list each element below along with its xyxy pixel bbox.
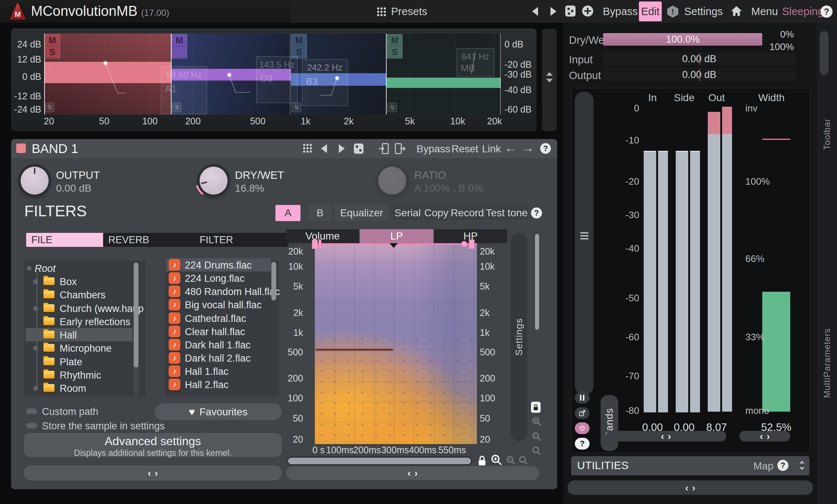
home-icon[interactable] bbox=[731, 6, 742, 17]
file-item[interactable]: Clear hall.flac bbox=[185, 326, 245, 338]
band1-handle-icon[interactable]: ⇅ bbox=[45, 103, 54, 112]
filters-help-icon[interactable]: ? bbox=[531, 207, 542, 219]
tab-reverb[interactable]: REVERB bbox=[103, 233, 198, 247]
kernel-hscrollbar[interactable]: ‹› bbox=[24, 465, 282, 480]
axis-lock-icon[interactable] bbox=[531, 402, 541, 413]
band1-ms-badge[interactable]: MS bbox=[45, 34, 60, 58]
lp-handle-left2-icon[interactable] bbox=[319, 239, 321, 249]
lp-center-marker-icon[interactable] bbox=[390, 243, 398, 248]
tree-item[interactable]: Church (www.haup bbox=[60, 303, 144, 315]
zoom-reset-icon[interactable] bbox=[518, 455, 528, 465]
test-tone-button[interactable]: Test tone bbox=[486, 206, 528, 220]
tab-bands[interactable]: Bands bbox=[601, 395, 618, 451]
arrow-right-icon[interactable]: → bbox=[522, 141, 534, 155]
crossover-3[interactable] bbox=[386, 33, 387, 114]
equalizer-button[interactable]: Equalizer bbox=[334, 205, 389, 221]
tab-multiparameters[interactable]: MultiParameters bbox=[817, 328, 837, 398]
meter-help-icon[interactable]: ? bbox=[575, 438, 590, 450]
file-item[interactable]: Dark hall 2.flac bbox=[185, 353, 251, 364]
custom-path-toggle[interactable] bbox=[26, 408, 38, 414]
tree-item[interactable]: Microphone bbox=[60, 343, 112, 354]
pause-button[interactable] bbox=[575, 392, 590, 404]
file-item[interactable]: Cathedral.flac bbox=[185, 313, 246, 324]
advanced-settings-button[interactable]: Advanced settings Displays additional se… bbox=[24, 433, 282, 457]
analyzer-scrollbar[interactable] bbox=[542, 29, 557, 131]
zoom-out-icon[interactable] bbox=[506, 455, 516, 465]
tree-item[interactable]: Early reflections bbox=[60, 316, 130, 328]
tab-volume[interactable]: Volume bbox=[286, 229, 359, 243]
ir-spectrogram[interactable] bbox=[315, 243, 477, 444]
utilities-scrollbar[interactable]: ‹› bbox=[567, 480, 813, 495]
tree-root[interactable]: Root bbox=[35, 263, 56, 274]
tab-a[interactable]: A bbox=[275, 205, 300, 221]
file-item[interactable]: Hall 2.flac bbox=[185, 379, 229, 391]
utilities-help-icon[interactable]: ? bbox=[777, 460, 788, 471]
tab-file[interactable]: FILE bbox=[26, 233, 107, 247]
tree-expander-icon[interactable] bbox=[27, 266, 31, 270]
presets-button[interactable]: Presets bbox=[391, 6, 427, 18]
map-button[interactable]: Map bbox=[753, 460, 773, 472]
power-button[interactable] bbox=[575, 422, 590, 434]
settings-button[interactable]: Settings bbox=[684, 6, 723, 18]
band4-ms-badge[interactable]: MS bbox=[387, 34, 402, 58]
help-icon[interactable]: ? bbox=[820, 6, 833, 18]
band4-handle-icon[interactable]: ⇅ bbox=[387, 103, 397, 112]
arrow-left-icon[interactable]: ← bbox=[504, 141, 516, 155]
tree-item[interactable]: Chambers bbox=[60, 290, 106, 301]
serial-button[interactable]: Serial bbox=[393, 206, 422, 220]
meter-hscrollbar-2[interactable]: ‹› bbox=[739, 431, 790, 441]
chevron-up-icon[interactable] bbox=[799, 461, 805, 464]
tab-spec-settings[interactable]: Settings bbox=[511, 233, 527, 441]
add-preset-icon[interactable] bbox=[582, 5, 594, 17]
tree-expander-icon[interactable] bbox=[34, 280, 38, 284]
bypass-button[interactable]: Bypass bbox=[603, 6, 638, 18]
band-bypass-button[interactable]: Bypass bbox=[416, 143, 450, 155]
band3-handle-icon[interactable]: ⇅ bbox=[292, 103, 301, 112]
menu-button[interactable]: Menu bbox=[751, 6, 778, 18]
tree-item-selected[interactable]: Hall bbox=[60, 330, 77, 341]
meter-grid-icon[interactable] bbox=[580, 232, 589, 240]
tree-item[interactable]: Rhythmic bbox=[60, 370, 101, 381]
popup-window-button[interactable] bbox=[575, 407, 590, 419]
sleeping-indicator[interactable]: Sleeping bbox=[782, 6, 824, 18]
band-help-icon[interactable]: ? bbox=[540, 143, 551, 154]
band-color-swatch[interactable] bbox=[16, 143, 26, 153]
edge-scrollbar-thumb[interactable] bbox=[820, 31, 829, 75]
copy-button[interactable]: Copy bbox=[424, 206, 449, 220]
output-knob[interactable] bbox=[21, 167, 49, 195]
tab-b[interactable]: B bbox=[309, 205, 331, 221]
file-item[interactable]: 224 Long.flac bbox=[185, 273, 245, 284]
tree-expander-icon[interactable] bbox=[34, 306, 38, 310]
tab-toolbar[interactable]: Toolbar bbox=[817, 118, 837, 150]
tree-expander-icon[interactable] bbox=[34, 386, 38, 390]
file-item[interactable]: 480 Random Hall.flac bbox=[185, 286, 280, 298]
tree-item[interactable]: Box bbox=[60, 276, 77, 288]
meter-range-slider[interactable] bbox=[575, 92, 594, 395]
lp-handle-dot-icon[interactable] bbox=[461, 241, 467, 247]
band-presets-grid-icon[interactable] bbox=[303, 143, 313, 153]
band-link-button[interactable]: Link bbox=[482, 143, 501, 155]
band2-handle-icon[interactable]: ⇅ bbox=[172, 103, 182, 112]
tree-item[interactable]: Room bbox=[60, 383, 86, 394]
zoom-in-icon[interactable] bbox=[532, 416, 541, 426]
global-output-slider[interactable]: 0.00 dB bbox=[603, 68, 795, 81]
file-item[interactable]: Dark hall 1.flac bbox=[185, 340, 251, 351]
global-drywet-slider[interactable]: 100.0% bbox=[603, 33, 762, 46]
edit-button[interactable]: Edit bbox=[639, 1, 662, 21]
meter-hscrollbar-1[interactable]: ‹› bbox=[606, 431, 726, 441]
band2-ms-badge[interactable]: M bbox=[172, 34, 187, 58]
spec-vscrollbar-thumb[interactable] bbox=[535, 234, 539, 330]
lp-handle-left-icon[interactable] bbox=[312, 239, 318, 249]
band2-node[interactable] bbox=[228, 73, 231, 77]
melda-logo-icon[interactable]: M bbox=[10, 3, 26, 19]
band-reset-button[interactable]: Reset bbox=[451, 143, 478, 155]
band1-node[interactable] bbox=[104, 61, 107, 65]
lock-icon[interactable] bbox=[477, 455, 487, 466]
tree-expander-icon[interactable] bbox=[34, 346, 38, 350]
band-next-icon[interactable] bbox=[339, 144, 345, 153]
global-input-slider[interactable]: 0.00 dB bbox=[603, 53, 795, 65]
zoom-in-icon[interactable] bbox=[490, 454, 502, 466]
paste-settings-icon[interactable] bbox=[378, 143, 389, 155]
spec-bottom-scrollbar[interactable]: ‹› bbox=[286, 466, 539, 480]
analyzer-plot[interactable]: MS M MS MS 54.50 HzA1 143.5 HzD3 242.2 H… bbox=[44, 33, 501, 114]
